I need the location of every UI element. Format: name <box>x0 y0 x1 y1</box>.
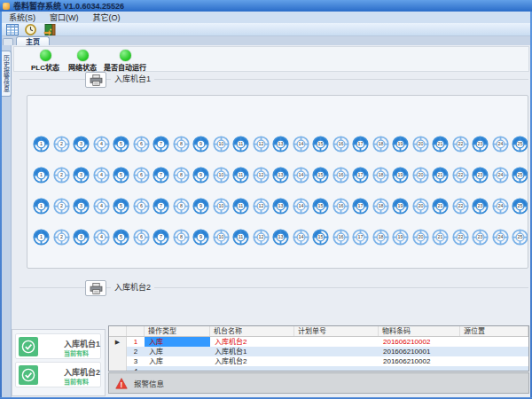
side-tab-alarm-history[interactable]: 历史报警信息 <box>2 51 12 97</box>
reel-slot-empty: 12 <box>252 197 270 215</box>
reel-slot-full: 3 <box>72 166 90 184</box>
menu-item-system[interactable]: 系统(S) <box>9 12 35 23</box>
print-button-machine2[interactable] <box>85 280 106 296</box>
svg-text:17: 17 <box>357 203 363 208</box>
svg-text:24: 24 <box>497 172 503 177</box>
table-cell[interactable] <box>460 347 528 356</box>
reel-slot-empty: 2 <box>52 166 71 184</box>
table-row[interactable]: 2入库入库机台1201606210001 <box>109 347 528 356</box>
row-header[interactable] <box>109 347 127 356</box>
svg-text:7: 7 <box>160 172 162 177</box>
reel-slot-full: 7 <box>152 135 170 153</box>
svg-text:16: 16 <box>338 203 343 208</box>
table-cell[interactable] <box>294 347 379 356</box>
svg-text:24: 24 <box>497 234 503 239</box>
row-header[interactable] <box>109 366 127 372</box>
table-cell[interactable] <box>460 337 528 347</box>
reel-slot-full: 23 <box>471 135 489 153</box>
table-cell[interactable]: 入库机台2 <box>210 337 294 347</box>
table-cell[interactable]: 入库机台2 <box>210 356 294 366</box>
table-cell[interactable] <box>294 337 379 347</box>
svg-text:24: 24 <box>497 141 503 146</box>
col-source-location[interactable]: 源位置 <box>460 326 528 336</box>
reel-slot-full: 1 <box>32 228 51 246</box>
svg-text:6: 6 <box>139 141 142 146</box>
reel-slot-full: 13 <box>271 135 290 153</box>
table-cell[interactable] <box>379 366 460 372</box>
reel-slot-full: 5 <box>112 135 130 153</box>
print-button-machine1[interactable] <box>85 72 106 88</box>
svg-text:15: 15 <box>317 172 323 177</box>
svg-text:12: 12 <box>258 203 263 208</box>
reel-slot-full: 1 <box>32 166 51 184</box>
app-window: 卷料暂存系统 V1.0.6034.25526 系统(S) 窗口(W) 其它(O) <box>0 0 532 399</box>
svg-text:8: 8 <box>179 141 182 146</box>
svg-text:14: 14 <box>298 234 303 239</box>
table-row[interactable]: ▶1入库入库机台2201606210002 <box>109 337 528 347</box>
svg-text:11: 11 <box>239 234 244 239</box>
reel-row: 1234567891011121314151617181920212223242… <box>32 166 528 185</box>
reel-slot-empty: 24 <box>491 197 510 215</box>
table-cell[interactable]: 201606210002 <box>379 337 460 347</box>
svg-text:13: 13 <box>278 172 283 177</box>
table-row[interactable]: 3入库入库机台2201606210002 <box>109 356 528 366</box>
reel-row: 1234567891011121314151617181920212223242… <box>32 197 528 216</box>
exit-door-icon[interactable] <box>43 24 56 35</box>
table-cell[interactable] <box>460 356 528 366</box>
table-cell[interactable]: 入库 <box>145 347 210 356</box>
reel-slot-empty: 10 <box>212 197 231 215</box>
reel-slot-full: 25 <box>511 166 528 184</box>
menu-item-window[interactable]: 窗口(W) <box>50 12 79 23</box>
col-machine-name[interactable]: 机台名称 <box>210 326 294 336</box>
svg-text:18: 18 <box>378 203 383 208</box>
col-material-barcode[interactable]: 物料条码 <box>379 326 460 336</box>
title-bar[interactable]: 卷料暂存系统 V1.0.6034.25526 <box>0 0 532 12</box>
svg-text:23: 23 <box>477 141 482 146</box>
svg-text:16: 16 <box>338 234 343 239</box>
svg-text:15: 15 <box>317 203 323 208</box>
reel-slot-full: 23 <box>471 166 489 184</box>
reel-slot-empty: 2 <box>52 135 71 153</box>
reel-slot-full: 1 <box>32 135 51 153</box>
window-frame-left <box>0 12 2 399</box>
check-icon <box>19 365 38 385</box>
clock-icon[interactable] <box>24 24 37 35</box>
svg-text:22: 22 <box>458 172 463 177</box>
svg-text:20: 20 <box>418 141 423 146</box>
table-cell[interactable]: 201606210002 <box>379 356 460 366</box>
svg-text:2: 2 <box>59 203 62 208</box>
menu-item-other[interactable]: 其它(O) <box>93 12 121 23</box>
row-header[interactable]: ▶ <box>109 337 127 347</box>
table-cell[interactable]: 201606210001 <box>379 347 460 356</box>
reel-slot-full: 9 <box>192 228 210 246</box>
schedule-grid-icon[interactable] <box>5 24 19 35</box>
table-cell[interactable]: 入库 <box>145 356 210 366</box>
table-cell[interactable] <box>460 366 528 372</box>
svg-text:17: 17 <box>357 234 363 239</box>
svg-text:25: 25 <box>517 203 522 208</box>
row-number: 1 <box>127 337 145 347</box>
row-header[interactable] <box>109 356 127 366</box>
table-row[interactable]: 4 <box>109 366 528 372</box>
svg-text:2: 2 <box>59 172 62 177</box>
reel-slot-empty: 16 <box>332 228 350 246</box>
reel-slot-full: 15 <box>311 197 330 215</box>
reel-slot-empty: 16 <box>332 166 350 184</box>
table-cell[interactable] <box>294 356 379 366</box>
reel-slot-empty: 19 <box>391 228 410 246</box>
table-cell[interactable]: 入库 <box>145 337 210 347</box>
reel-slot-empty: 22 <box>451 135 470 153</box>
operation-table[interactable]: 操作类型 机台名称 计划单号 物料条码 源位置 ▶1入库入库机台22016062… <box>108 325 529 372</box>
reel-slot-full: 11 <box>231 135 250 153</box>
tab-home[interactable]: 主页 <box>16 36 50 45</box>
table-cell[interactable] <box>210 366 294 372</box>
reel-slot-full: 25 <box>511 197 528 215</box>
table-cell[interactable] <box>145 366 210 372</box>
svg-text:19: 19 <box>397 172 403 177</box>
col-operation-type[interactable]: 操作类型 <box>145 326 210 336</box>
table-cell[interactable] <box>294 366 379 372</box>
svg-text:19: 19 <box>397 141 403 146</box>
table-cell[interactable]: 入库机台1 <box>210 347 294 356</box>
clock-face-icon <box>25 24 36 35</box>
col-plan-number[interactable]: 计划单号 <box>294 326 379 336</box>
